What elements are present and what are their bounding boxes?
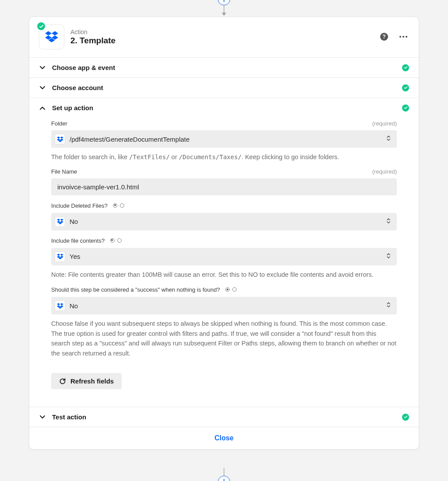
field-folder: Folder (required) /pdf4metest/GenerateDo… [51, 120, 397, 162]
panel-header: Action 2. Template ? [29, 17, 419, 57]
section-status-complete-icon [402, 84, 409, 91]
section-account-header[interactable]: Choose account [29, 78, 419, 98]
refresh-fields-label: Refresh fields [70, 377, 114, 385]
field-include-contents: Include file contents? Yes [51, 237, 397, 279]
field-file-name-label: File Name [51, 168, 77, 175]
dropbox-icon [55, 251, 65, 262]
chevron-down-icon [39, 86, 46, 90]
header-actions: ? [378, 31, 409, 42]
section-status-complete-icon [402, 64, 409, 71]
more-icon [399, 36, 407, 38]
section-app-event: Choose app & event [29, 57, 419, 77]
dropbox-icon [55, 216, 65, 227]
dropbox-icon [55, 300, 65, 311]
more-menu-button[interactable] [398, 31, 409, 42]
section-account-title: Choose account [52, 84, 396, 91]
field-folder-required: (required) [372, 120, 397, 127]
select-caret-icon [386, 253, 391, 261]
connector-top [218, 0, 230, 16]
select-caret-icon [386, 218, 391, 226]
header-titles: Action 2. Template [70, 28, 372, 45]
section-test-header[interactable]: Test action [29, 407, 419, 427]
folder-value: /pdf4metest/GenerateDocumentTemplate [70, 136, 382, 143]
connector-bottom [218, 468, 230, 481]
include-deleted-value: No [70, 218, 382, 225]
section-test-title: Test action [52, 413, 396, 421]
connector-line [224, 5, 224, 13]
section-app-event-title: Choose app & event [52, 64, 396, 71]
include-deleted-select[interactable]: No [51, 213, 397, 230]
connector-line [224, 468, 224, 476]
file-name-input[interactable]: invoivce-sample-ver1.0.html [51, 178, 397, 195]
radio-option[interactable] [120, 203, 124, 208]
folder-help-text: The folder to search in, like /TextFiles… [51, 152, 397, 162]
section-setup-header[interactable]: Set up action [29, 98, 419, 118]
select-caret-icon [386, 135, 391, 143]
section-setup-body: Folder (required) /pdf4metest/GenerateDo… [29, 118, 419, 407]
help-button[interactable]: ? [378, 31, 390, 42]
section-setup: Set up action Folder (required) /pdf4met… [29, 98, 419, 407]
action-panel: Action 2. Template ? Choose app & event [29, 17, 419, 450]
dropbox-icon [45, 30, 58, 43]
status-success-badge [36, 21, 46, 31]
app-icon [39, 24, 64, 49]
section-setup-title: Set up action [52, 104, 396, 112]
refresh-fields-button[interactable]: Refresh fields [51, 373, 122, 389]
radio-option[interactable] [117, 238, 122, 243]
field-file-name-required: (required) [372, 168, 397, 175]
include-contents-help: Note: File contents greater than 100MB w… [51, 270, 397, 279]
section-status-complete-icon [402, 105, 409, 112]
field-success-label: Should this step be considered a "succes… [51, 286, 220, 293]
success-value: No [70, 302, 382, 310]
help-icon: ? [380, 33, 388, 41]
folder-select[interactable]: /pdf4metest/GenerateDocumentTemplate [51, 130, 397, 148]
chevron-down-icon [39, 415, 46, 419]
radio-option[interactable] [113, 203, 117, 208]
add-step-button-bottom[interactable] [218, 476, 230, 481]
add-step-button-top[interactable] [218, 0, 230, 5]
radio-set[interactable] [110, 238, 122, 243]
field-folder-label: Folder [51, 120, 67, 127]
field-file-name: File Name (required) invoivce-sample-ver… [51, 168, 397, 195]
header-kicker: Action [70, 28, 372, 35]
radio-option[interactable] [232, 287, 237, 292]
include-contents-select[interactable]: Yes [51, 248, 397, 265]
radio-option[interactable] [225, 287, 230, 292]
section-account: Choose account [29, 77, 419, 98]
close-bar: Close [29, 427, 419, 449]
dropbox-icon [55, 134, 65, 144]
field-include-deleted-label: Include Deleted Files? [51, 202, 108, 209]
section-app-event-header[interactable]: Choose app & event [29, 58, 419, 77]
close-button[interactable]: Close [214, 434, 234, 442]
field-include-contents-label: Include file contents? [51, 237, 105, 244]
radio-set[interactable] [225, 287, 237, 292]
field-include-deleted: Include Deleted Files? No [51, 202, 397, 230]
field-success: Should this step be considered a "succes… [51, 286, 397, 358]
header-title: 2. Template [70, 36, 372, 45]
success-help: Choose false if you want subsequent step… [51, 319, 397, 358]
success-select[interactable]: No [51, 297, 397, 314]
chevron-down-icon [39, 66, 46, 70]
section-status-complete-icon [402, 414, 409, 421]
connector-arrow-icon [222, 13, 226, 16]
section-test: Test action [29, 407, 419, 427]
include-contents-value: Yes [70, 253, 382, 260]
radio-set[interactable] [113, 203, 124, 208]
radio-option[interactable] [110, 238, 115, 243]
refresh-icon [59, 378, 66, 385]
select-caret-icon [386, 302, 391, 310]
chevron-up-icon [39, 106, 46, 110]
file-name-value: invoivce-sample-ver1.0.html [57, 183, 139, 191]
